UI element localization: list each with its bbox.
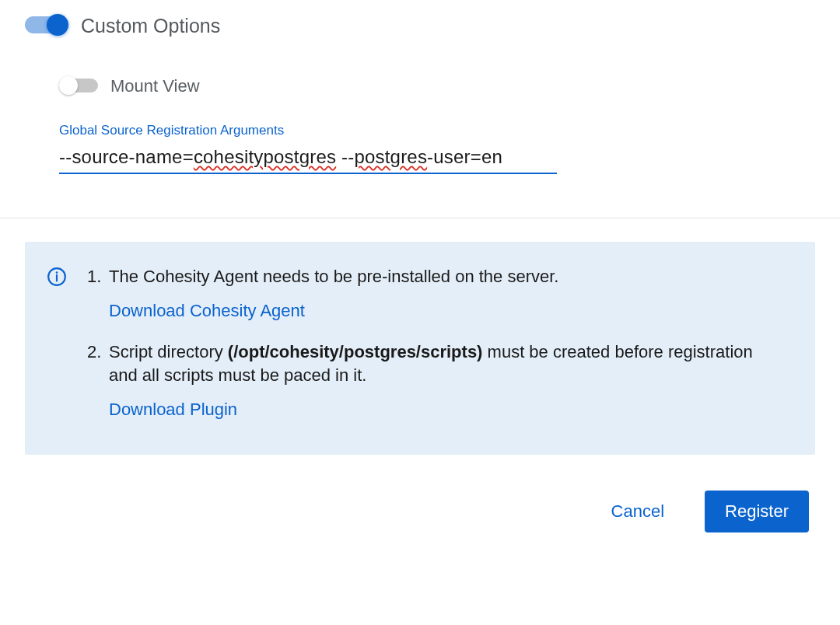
info-box: 1. The Cohesity Agent needs to be pre-in… xyxy=(25,242,815,455)
toggle-thumb xyxy=(59,76,78,95)
info-icon xyxy=(47,267,67,287)
custom-options-row: Custom Options xyxy=(25,14,815,37)
mount-view-row: Mount View xyxy=(59,76,815,96)
register-button[interactable]: Register xyxy=(705,491,809,532)
section-divider xyxy=(0,218,840,218)
download-agent-link[interactable]: Download Cohesity Agent xyxy=(109,299,305,323)
toggle-thumb xyxy=(47,14,68,36)
info-item-2: 2. Script directory (/opt/cohesity/postg… xyxy=(87,340,784,421)
info-item-1: 1. The Cohesity Agent needs to be pre-in… xyxy=(87,265,784,322)
info-item-body: The Cohesity Agent needs to be pre-insta… xyxy=(109,265,784,322)
info-item-text-bold: (/opt/cohesity/postgres/scripts) xyxy=(228,342,483,361)
info-item-number: 2. xyxy=(87,340,109,421)
mount-view-toggle[interactable] xyxy=(59,76,98,96)
custom-options-label: Custom Options xyxy=(81,15,220,37)
global-args-label: Global Source Registration Arguments xyxy=(59,123,557,138)
footer-actions: Cancel Register xyxy=(0,455,840,532)
info-item-number: 1. xyxy=(87,265,109,322)
info-list: 1. The Cohesity Agent needs to be pre-in… xyxy=(87,265,784,421)
global-args-field: Global Source Registration Arguments --s… xyxy=(59,123,557,174)
custom-options-toggle[interactable] xyxy=(25,14,68,37)
download-plugin-link[interactable]: Download Plugin xyxy=(109,398,237,421)
svg-point-2 xyxy=(56,271,58,274)
global-args-input[interactable]: --source-name=cohesitypostgres --postgre… xyxy=(59,143,557,174)
cancel-button[interactable]: Cancel xyxy=(608,495,667,528)
mount-view-label: Mount View xyxy=(110,76,200,96)
info-item-text-pre: Script directory xyxy=(109,342,228,361)
info-item-text: The Cohesity Agent needs to be pre-insta… xyxy=(109,267,558,286)
info-item-body: Script directory (/opt/cohesity/postgres… xyxy=(109,340,784,421)
